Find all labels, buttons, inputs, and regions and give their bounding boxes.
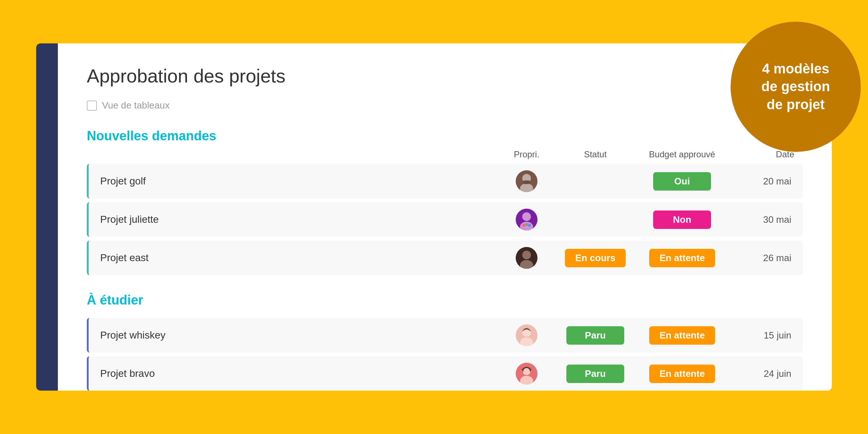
row-budget: En attente: [635, 249, 729, 267]
col-status: Statut: [556, 149, 635, 159]
app-wrapper: 4 modèlesde gestionde projet Approbation…: [36, 43, 832, 391]
row-budget: En attente: [635, 326, 729, 345]
row-avatar: [498, 170, 556, 192]
svg-point-7: [522, 224, 525, 227]
budget-badge: En attente: [649, 249, 715, 267]
svg-point-8: [525, 223, 528, 226]
row-date: 24 juin: [729, 368, 794, 379]
row-project-name: Projet east: [97, 252, 498, 264]
row-avatar: [498, 247, 556, 269]
column-headers: Propri. Statut Budget approuvé Date: [87, 149, 803, 164]
table-row: Projet juliette: [87, 202, 803, 237]
view-selector[interactable]: Vue de tableaux: [87, 100, 803, 111]
status-badge: En cours: [565, 249, 625, 267]
col-name: [98, 149, 498, 159]
view-checkbox[interactable]: [87, 101, 97, 111]
budget-badge: En attente: [649, 365, 715, 383]
avatar-svg: [516, 247, 537, 269]
avatar-svg: [516, 209, 537, 230]
row-status: –: [556, 214, 635, 225]
row-status: En cours: [556, 249, 635, 267]
avatar: [516, 209, 537, 230]
table-row: Projet bravo Paru: [87, 356, 803, 391]
main-card: Approbation des projets Vue de tableaux …: [58, 43, 832, 391]
svg-rect-3: [523, 180, 530, 184]
section-title-etudier: À étudier: [87, 293, 803, 308]
svg-point-5: [522, 212, 531, 221]
row-project-name: Projet golf: [97, 175, 498, 187]
status-badge: Paru: [566, 326, 624, 345]
table-row: Projet whiskey Paru: [87, 318, 803, 353]
row-project-name: Projet bravo: [97, 368, 498, 379]
row-budget: En attente: [635, 365, 729, 383]
section-a-etudier: À étudier Projet whiskey: [87, 293, 803, 391]
row-avatar: [498, 209, 556, 230]
avatar-svg: [516, 363, 537, 384]
page-title: Approbation des projets: [87, 65, 803, 87]
col-owner: Propri.: [498, 149, 556, 159]
budget-badge: Non: [653, 210, 711, 229]
column-headers-2: [87, 314, 803, 318]
row-project-name: Projet whiskey: [97, 329, 498, 341]
status-badge: Paru: [566, 365, 624, 383]
budget-badge: Oui: [653, 172, 711, 191]
row-date: 26 mai: [729, 252, 794, 264]
section-nouvelles-demandes: Nouvelles demandes Propri. Statut Budget…: [87, 128, 803, 275]
table-row: Projet east En cours En attente: [87, 241, 803, 275]
promo-badge: 4 modèlesde gestionde projet: [731, 22, 861, 152]
view-label: Vue de tableaux: [102, 100, 170, 111]
svg-point-9: [528, 224, 531, 227]
avatar: [516, 247, 537, 269]
avatar-svg: [516, 170, 537, 192]
badge-text: 4 modèlesde gestionde projet: [754, 53, 837, 121]
sidebar: [36, 43, 58, 391]
row-avatar: [498, 324, 556, 346]
avatar: [516, 170, 537, 192]
row-status: –: [556, 176, 635, 187]
section-title-nouvelles: Nouvelles demandes: [87, 128, 803, 144]
row-project-name: Projet juliette: [97, 214, 498, 225]
row-date: 15 juin: [729, 330, 794, 341]
row-status: Paru: [556, 365, 635, 383]
avatar: [516, 324, 537, 346]
avatar: [516, 363, 537, 384]
row-status: Paru: [556, 326, 635, 345]
row-date: 30 mai: [729, 214, 794, 225]
row-budget: Oui: [635, 172, 729, 191]
row-date: 20 mai: [729, 176, 794, 187]
svg-point-11: [522, 251, 531, 259]
row-avatar: [498, 363, 556, 384]
avatar-svg: [516, 324, 537, 346]
budget-badge: En attente: [649, 326, 715, 345]
col-budget: Budget approuvé: [635, 149, 729, 159]
row-budget: Non: [635, 210, 729, 229]
table-row: Projet golf –: [87, 164, 803, 199]
